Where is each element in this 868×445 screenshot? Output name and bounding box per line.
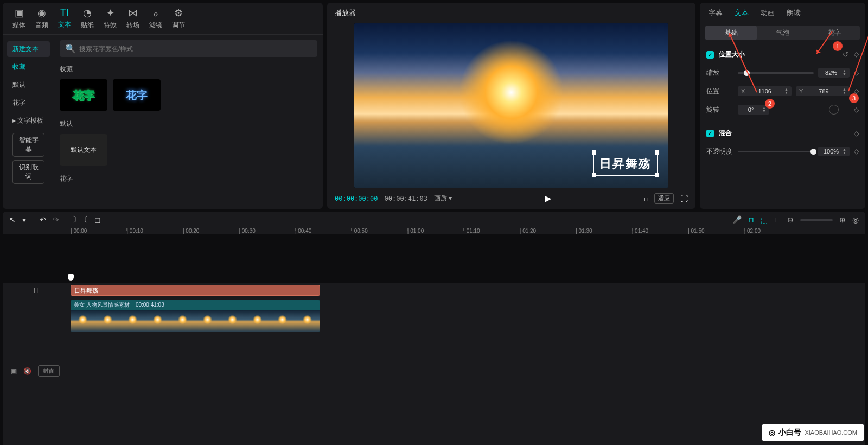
ribbon-贴纸[interactable]: ◔贴纸 [81, 7, 94, 30]
ribbon-label: 媒体 [12, 21, 25, 30]
annotation-badge: 3 [849, 93, 859, 103]
ribbon-特效[interactable]: ✦特效 [104, 7, 117, 30]
stepper-icon[interactable]: ▲▼ [762, 106, 766, 113]
ribbon-label: 调节 [172, 21, 185, 30]
stepper-icon[interactable]: ▲▼ [843, 69, 846, 76]
zoom-out-icon[interactable]: ⊖ [787, 215, 794, 224]
ribbon-文本[interactable]: TI文本 [58, 7, 71, 30]
timeline-body[interactable]: TI 日昇舞殇 美女 人物风景情感素材 00:00:41:03 ▣ 🔇 封面 [3, 283, 865, 445]
keyframe-icon[interactable]: ◇ [854, 130, 859, 137]
cat-new-text[interactable]: 新建文本 [7, 41, 50, 57]
ribbon-媒体[interactable]: ▣媒体 [12, 7, 25, 30]
zoom-fit-icon[interactable]: ◎ [852, 215, 859, 224]
scale-input[interactable]: 82% ▲▼ [818, 68, 850, 78]
video-clip-name: 美女 人物风景情感素材 [74, 302, 130, 308]
crop-tool[interactable]: ◻ [94, 215, 101, 224]
search-bar[interactable]: 🔍 [60, 40, 317, 57]
ribbon-icon: ⋈ [128, 7, 138, 19]
mix-label: 混合 [719, 129, 732, 137]
stepper-icon[interactable]: ▲▼ [843, 88, 846, 94]
rotation-dial[interactable] [829, 105, 839, 115]
text-style-thumb[interactable]: 花字 [60, 79, 107, 111]
ribbon-转场[interactable]: ⋈转场 [126, 7, 139, 30]
subtab-花字[interactable]: 花字 [808, 26, 860, 40]
watermark-logo: ◎ 小白号 XIAOBAIHAO.COM [762, 424, 864, 441]
keyframe-icon[interactable]: ◇ [854, 50, 859, 59]
resize-handle[interactable] [655, 173, 659, 177]
dropdown-icon[interactable]: ▾ [22, 215, 26, 224]
default-text-thumb[interactable]: 默认文本 [60, 134, 107, 166]
subtab-气泡[interactable]: 气泡 [757, 26, 808, 40]
props-tab-动画[interactable]: 动画 [761, 8, 775, 18]
cover-button[interactable]: 封面 [38, 365, 60, 377]
magnet-icon[interactable]: ⊓ [748, 215, 754, 224]
keyframe-icon[interactable]: ◇ [854, 148, 859, 155]
mic-icon[interactable]: 🎤 [732, 215, 742, 224]
zoom-slider[interactable] [800, 219, 833, 221]
position-label: 位置 [706, 87, 733, 96]
text-overlay-selection[interactable]: 日昇舞殇 [593, 152, 658, 176]
undo-button[interactable]: ↶ [40, 215, 46, 224]
split-tool[interactable]: 〕〔 [73, 215, 88, 225]
preview-viewport[interactable]: 日昇舞殇 [354, 23, 668, 188]
mute-icon[interactable]: 🔇 [23, 367, 31, 375]
text-clip[interactable]: 日昇舞殇 [71, 285, 320, 296]
player-title: 播放器 [327, 3, 695, 23]
ruler-tick: | 01:40 [632, 228, 688, 234]
position-x-input[interactable]: X 1106 ▲▼ [738, 86, 792, 96]
ribbon-音频[interactable]: ◉音频 [35, 7, 48, 30]
link-icon[interactable]: ⬚ [761, 215, 768, 224]
props-tab-文本[interactable]: 文本 [735, 8, 749, 18]
scale-slider[interactable] [738, 72, 814, 74]
redo-button[interactable]: ↷ [53, 215, 59, 224]
reset-icon[interactable]: ↺ [843, 50, 848, 59]
rotation-input[interactable]: 0° ▲▼ [738, 105, 769, 115]
timeline-ruler[interactable]: | 00:00| 00:10| 00:20| 00:30| 00:40| 00:… [3, 228, 865, 234]
play-button[interactable]: ▶ [545, 193, 551, 204]
resize-handle[interactable] [592, 150, 596, 155]
mix-checkbox[interactable]: ✓ [706, 130, 714, 137]
align-icon[interactable]: ⊢ [774, 215, 781, 224]
cat-default[interactable]: 默认 [3, 76, 54, 94]
props-tabs: 字幕文本动画朗读 [700, 3, 865, 23]
text-style-thumb[interactable]: 花字 [113, 79, 161, 111]
stepper-icon[interactable]: ▲▼ [784, 88, 788, 94]
pos-size-checkbox[interactable]: ✓ [706, 51, 714, 59]
waveform-icon[interactable]: ⩍ [644, 194, 648, 203]
ribbon-调节[interactable]: ⚙调节 [172, 7, 185, 30]
keyframe-icon[interactable]: ◇ [854, 106, 859, 113]
video-frame [95, 310, 120, 332]
props-tab-朗读[interactable]: 朗读 [787, 8, 801, 18]
props-tab-字幕[interactable]: 字幕 [709, 8, 723, 18]
ribbon-滤镜[interactable]: ℴ滤镜 [149, 7, 162, 30]
cat-lyrics[interactable]: 识别歌词 [12, 160, 44, 184]
fullscreen-icon[interactable]: ⛶ [680, 194, 688, 203]
resize-handle[interactable] [592, 173, 596, 177]
track-toggle-icon[interactable]: ▣ [11, 367, 17, 375]
opacity-slider[interactable] [738, 151, 814, 152]
zoom-in-icon[interactable]: ⊕ [839, 215, 846, 224]
stepper-icon[interactable]: ▲▼ [843, 148, 846, 155]
fit-button[interactable]: 适应 [654, 193, 674, 204]
position-y-input[interactable]: Y -789 ▲▼ [796, 86, 850, 96]
cat-template[interactable]: ▸ 文字模板 [3, 112, 54, 130]
ruler-tick: | 01:20 [520, 228, 576, 234]
annotation-badge: 1 [833, 41, 843, 51]
ruler-tick: | 02:00 [744, 228, 800, 234]
playhead[interactable] [71, 275, 71, 445]
ruler-tick: | 01:00 [407, 228, 463, 234]
pointer-tool[interactable]: ↖ [9, 215, 16, 224]
ribbon-icon: ◔ [83, 7, 92, 19]
video-clip-duration: 00:00:41:03 [136, 302, 164, 308]
ribbon-label: 贴纸 [81, 21, 94, 30]
opacity-input[interactable]: 100% ▲▼ [818, 147, 850, 156]
search-input[interactable] [79, 45, 312, 53]
ruler-tick: | 00:50 [351, 228, 407, 234]
cat-huazi[interactable]: 花字 [3, 94, 54, 112]
resize-handle[interactable] [655, 150, 659, 155]
cat-favorite[interactable]: 收藏 [3, 58, 54, 76]
video-clip[interactable]: 美女 人物风景情感素材 00:00:41:03 [71, 300, 320, 332]
quality-dropdown[interactable]: 画质 ▾ [434, 194, 452, 203]
cat-smart-subtitle[interactable]: 智能字幕 [12, 133, 44, 157]
video-frame [170, 310, 195, 332]
